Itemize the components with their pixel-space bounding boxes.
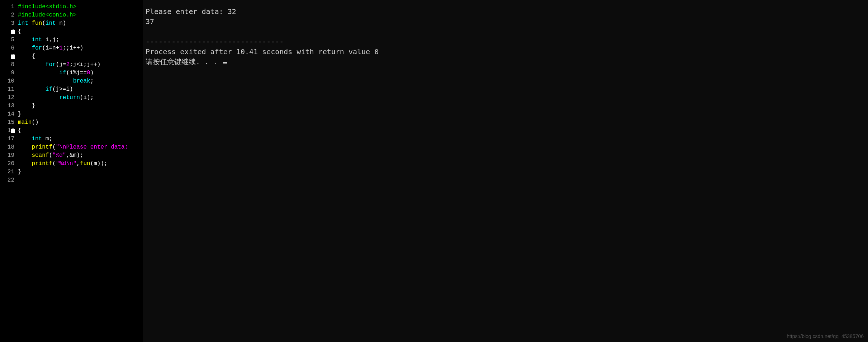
console-continue-prompt: 请按任意键继续. . . [146, 57, 865, 67]
code-line[interactable]: for(i=n+1;;i++) [18, 44, 143, 52]
code-line[interactable]: printf("%d\n",fun(m)); [18, 160, 143, 168]
line-number: 20 [0, 160, 14, 168]
line-number: 3 [0, 19, 14, 28]
line-number: 2 [0, 11, 14, 19]
fold-marker-icon[interactable] [11, 30, 15, 34]
code-line[interactable]: scanf("%d",&m); [18, 151, 143, 160]
code-line[interactable]: main() [18, 118, 143, 127]
line-number: 15 [0, 118, 14, 127]
code-line[interactable]: for(j=2;j<i;j++) [18, 61, 143, 69]
line-number-gutter: 12345678910111213141516171819202122 [0, 0, 18, 342]
code-line[interactable]: printf("\nPlease enter data: [18, 143, 143, 151]
line-number: 19 [0, 151, 14, 160]
line-number: 12 [0, 94, 14, 102]
console-blank [146, 27, 865, 37]
code-line[interactable]: } [18, 168, 143, 176]
console-exit-message: Process exited after 10.41 seconds with … [146, 47, 865, 57]
code-line[interactable]: if(j>=i) [18, 85, 143, 94]
console-separator: -------------------------------- [146, 37, 865, 47]
line-number: 14 [0, 110, 14, 118]
console-prompt-line: Please enter data: 32 [146, 6, 865, 17]
line-number: 8 [0, 61, 14, 69]
code-line[interactable]: if(i%j==0) [18, 69, 143, 77]
fold-marker-icon[interactable] [11, 129, 15, 133]
line-number: 10 [0, 77, 14, 85]
line-number: 22 [0, 176, 14, 184]
code-line[interactable]: #include<stdio.h> [18, 3, 143, 11]
code-line[interactable]: int i,j; [18, 36, 143, 44]
code-line[interactable]: } [18, 102, 143, 110]
console-output-pane[interactable]: Please enter data: 32 37 ---------------… [143, 0, 868, 342]
code-line[interactable]: { [18, 28, 143, 36]
code-line[interactable]: { [18, 52, 143, 61]
code-editor-pane: 12345678910111213141516171819202122 #inc… [0, 0, 143, 342]
line-number: 1 [0, 3, 14, 11]
watermark-text: https://blog.csdn.net/qq_45385706 [787, 333, 864, 339]
cursor-icon [223, 62, 227, 64]
line-number: 21 [0, 168, 14, 176]
code-line[interactable]: #include<conio.h> [18, 11, 143, 19]
line-number: 9 [0, 69, 14, 77]
line-number: 18 [0, 143, 14, 151]
code-line[interactable]: } [18, 110, 143, 118]
line-number: 11 [0, 85, 14, 94]
code-area[interactable]: #include<stdio.h>#include<conio.h>int fu… [18, 0, 143, 342]
code-line[interactable]: int m; [18, 135, 143, 143]
line-number: 13 [0, 102, 14, 110]
line-number: 5 [0, 36, 14, 44]
code-line[interactable]: int fun(int n) [18, 19, 143, 28]
fold-marker-icon[interactable] [11, 55, 15, 59]
line-number: 17 [0, 135, 14, 143]
code-line[interactable] [18, 176, 143, 184]
line-number: 6 [0, 44, 14, 52]
code-line[interactable]: return(i); [18, 94, 143, 102]
code-line[interactable]: break; [18, 77, 143, 85]
code-line[interactable]: { [18, 127, 143, 135]
console-output-line: 37 [146, 17, 865, 27]
